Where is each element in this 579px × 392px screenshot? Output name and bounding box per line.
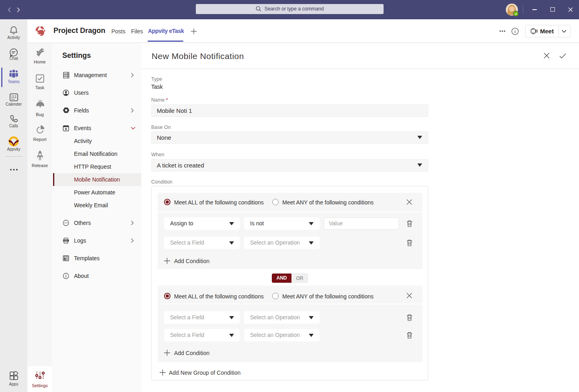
svg-text:LOG: LOG: [64, 240, 68, 242]
